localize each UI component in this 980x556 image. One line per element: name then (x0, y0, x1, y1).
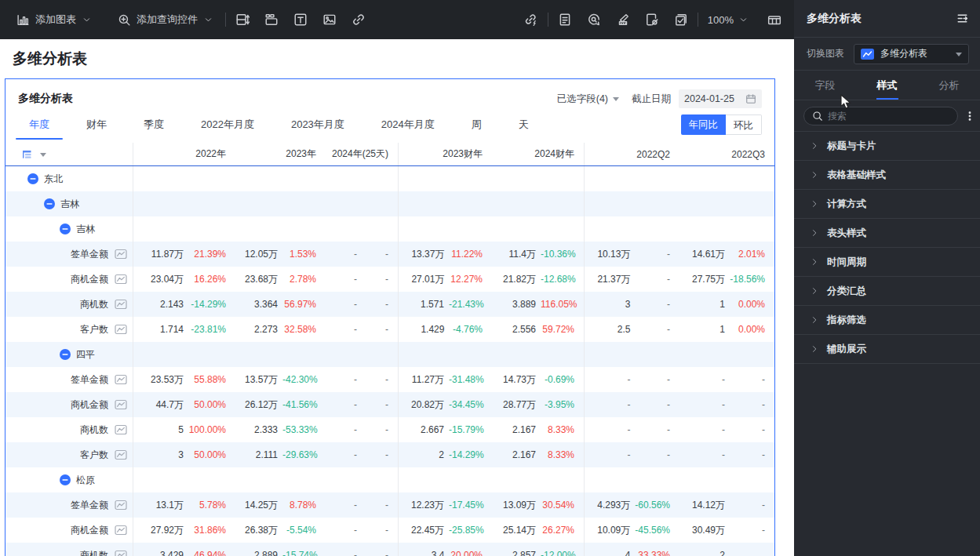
row-header-cell: 客户数 (5, 442, 133, 467)
panel-tab-字段[interactable]: 字段 (794, 71, 856, 100)
collapse-panel-icon[interactable] (955, 12, 969, 26)
linkage-icon[interactable] (524, 13, 538, 27)
cell-percent: - (635, 392, 679, 417)
comment-search-icon[interactable] (587, 13, 601, 27)
format-brush-icon[interactable] (616, 13, 630, 27)
line-chart-icon[interactable] (115, 249, 127, 260)
search-input[interactable] (828, 111, 949, 122)
deadline-date-input[interactable]: 2024-01-25 (679, 89, 762, 108)
cell-percent: - (635, 242, 679, 267)
pivot-table-widget[interactable]: 多维分析表 已选字段(4) 截止日期 2024-01-25 年度财年季度2022… (5, 78, 775, 556)
table-group-row: 吉林 (5, 191, 774, 216)
cell-percent: - (730, 367, 774, 392)
cell-value: 13.09万 (492, 492, 541, 518)
toggle-yoy[interactable]: 年同比 (681, 114, 727, 135)
cell-percent: - (362, 492, 398, 518)
column-header[interactable]: 2024财年 (492, 143, 584, 165)
panel-section-指标筛选[interactable]: 指标筛选 (794, 306, 980, 335)
table-metric-row: 签单金额11.87万21.39%12.05万1.53%--13.37万11.22… (5, 242, 774, 267)
metric-label: 签单金额 (71, 248, 108, 261)
column-header-label: 2022Q2 (636, 149, 679, 160)
line-chart-icon[interactable] (115, 374, 127, 385)
column-header[interactable]: 2023年 (235, 143, 326, 165)
panel-section-辅助展示[interactable]: 辅助展示 (794, 335, 980, 364)
kebab-menu-icon[interactable] (964, 110, 975, 122)
line-chart-icon[interactable] (115, 550, 127, 556)
collapse-minus-icon[interactable] (60, 223, 71, 234)
period-tab-天[interactable]: 天 (519, 110, 529, 140)
cell-value: - (585, 367, 635, 392)
column-header[interactable]: 2023财年 (398, 143, 492, 165)
column-header[interactable]: 2022年 (133, 143, 235, 165)
period-tab-周[interactable]: 周 (472, 110, 482, 140)
line-chart-icon[interactable] (115, 324, 127, 335)
link-icon[interactable] (352, 13, 366, 27)
column-header[interactable]: 2022Q3 (679, 143, 774, 165)
add-chart-button[interactable]: 添加图表 (13, 8, 94, 31)
collapse-minus-icon[interactable] (27, 173, 38, 184)
table-group-row: 四平 (5, 342, 774, 367)
cell-value: 1.571 (399, 292, 449, 317)
cell-value: 26.38万 (235, 518, 282, 543)
panel-section-表头样式[interactable]: 表头样式 (794, 219, 980, 248)
text-icon[interactable] (293, 13, 308, 27)
card-icon[interactable] (264, 13, 279, 27)
data-cell: -- (679, 417, 774, 442)
cell-percent: 26.27% (541, 518, 584, 543)
panel-section-分类汇总[interactable]: 分类汇总 (794, 277, 980, 306)
toggle-mom[interactable]: 环比 (726, 114, 762, 135)
line-chart-icon[interactable] (115, 424, 127, 435)
line-chart-icon[interactable] (115, 274, 127, 285)
period-tab-财年[interactable]: 财年 (86, 110, 107, 140)
data-cell (584, 342, 679, 367)
data-cell: 3.42946.94% (133, 543, 235, 556)
collapse-minus-icon[interactable] (44, 198, 55, 209)
panel-section-标题与卡片[interactable]: 标题与卡片 (794, 132, 980, 161)
add-query-control-button[interactable]: 添加查询控件 (114, 8, 216, 31)
cell-value: - (326, 442, 362, 467)
cell-percent: - (635, 292, 679, 317)
data-cell (326, 467, 398, 492)
line-chart-icon[interactable] (115, 525, 127, 536)
tree-structure-icon[interactable] (22, 149, 33, 160)
todo-icon[interactable] (674, 13, 688, 27)
table-corner-cell[interactable] (5, 143, 133, 165)
keyboard-icon[interactable] (767, 13, 781, 27)
panel-section-时间周期[interactable]: 时间周期 (794, 248, 980, 277)
hide-data-icon[interactable] (645, 13, 659, 27)
data-cell (133, 467, 235, 492)
chart-type-dropdown[interactable]: 多维分析表 (854, 44, 969, 64)
data-cell (235, 216, 326, 242)
panel-tab-分析[interactable]: 分析 (918, 71, 980, 100)
cell-percent: 30.54% (541, 492, 584, 518)
period-tab-2022年月度[interactable]: 2022年月度 (201, 110, 254, 140)
image-icon[interactable] (322, 13, 337, 27)
collapse-minus-icon[interactable] (60, 474, 71, 485)
row-header-cell: 客户数 (5, 317, 133, 342)
line-chart-icon[interactable] (115, 500, 127, 511)
line-chart-icon[interactable] (115, 299, 127, 310)
table-group-row: 东北 (5, 166, 774, 191)
period-tab-2023年月度[interactable]: 2023年月度 (291, 110, 344, 140)
panel-section-表格基础样式[interactable]: 表格基础样式 (794, 161, 980, 190)
column-header[interactable]: 2022Q2 (584, 143, 679, 165)
period-tab-2024年月度[interactable]: 2024年月度 (381, 110, 435, 140)
column-header[interactable]: 2024年(25天) (326, 143, 398, 165)
cell-value: 27.01万 (399, 267, 449, 292)
period-tab-年度[interactable]: 年度 (29, 110, 49, 140)
line-chart-icon[interactable] (115, 399, 127, 410)
component-icon[interactable] (235, 13, 250, 27)
panel-section-计算方式[interactable]: 计算方式 (794, 190, 980, 219)
cell-value: 27.75万 (679, 267, 730, 292)
panel-tab-样式[interactable]: 样式 (856, 71, 918, 100)
data-cell: 23.04万16.26% (133, 267, 235, 292)
cell-value: 11.4万 (492, 242, 541, 267)
zoom-level-dropdown[interactable]: 100% (708, 13, 748, 27)
data-cell (492, 467, 584, 492)
notes-icon[interactable] (558, 13, 572, 27)
selected-fields-dropdown[interactable]: 已选字段(4) (557, 93, 619, 106)
period-tab-季度[interactable]: 季度 (144, 110, 164, 140)
cell-value: - (679, 392, 730, 417)
line-chart-icon[interactable] (115, 449, 127, 460)
collapse-minus-icon[interactable] (60, 349, 71, 360)
